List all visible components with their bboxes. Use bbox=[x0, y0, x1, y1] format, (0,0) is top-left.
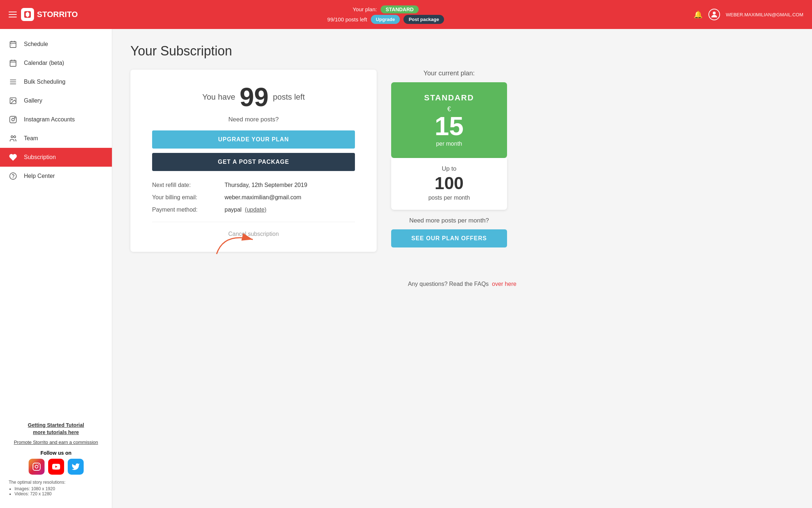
sidebar-item-schedule[interactable]: Schedule bbox=[0, 35, 112, 54]
plan-price: 15 bbox=[398, 113, 500, 139]
youtube-social-icon[interactable] bbox=[48, 459, 64, 475]
billing-row-refill: Next refill date: Thursday, 12th Septemb… bbox=[152, 182, 355, 188]
plan-period: per month bbox=[398, 141, 500, 147]
svg-point-20 bbox=[14, 136, 16, 138]
instagram-accounts-icon bbox=[9, 115, 17, 124]
sidebar-label-subscription: Subscription bbox=[24, 154, 56, 161]
plan-badge: STANDARD bbox=[381, 5, 419, 13]
sidebar-label-team: Team bbox=[24, 135, 38, 142]
team-icon bbox=[9, 134, 17, 143]
plan-label: Your plan: bbox=[353, 6, 377, 12]
svg-rect-2 bbox=[10, 42, 16, 48]
faq-row: Any questions? Read the FAQs over here bbox=[130, 281, 794, 287]
svg-rect-23 bbox=[33, 463, 40, 470]
header-center: Your plan: STANDARD 99/100 posts left Up… bbox=[327, 5, 444, 24]
svg-point-18 bbox=[14, 117, 15, 118]
svg-point-19 bbox=[11, 136, 13, 138]
payment-label: Payment method: bbox=[152, 207, 217, 213]
sidebar-promote: Promote Storrito and earn a commission bbox=[9, 440, 103, 445]
sidebar-item-calendar[interactable]: Calendar (beta) bbox=[0, 54, 112, 72]
svg-point-16 bbox=[12, 118, 14, 121]
billing-row-payment: Payment method: paypal (update) bbox=[152, 207, 355, 213]
billing-info: Next refill date: Thursday, 12th Septemb… bbox=[152, 182, 355, 213]
email-value: weber.maximilian@gmail.com bbox=[225, 194, 301, 201]
header-upgrade-button[interactable]: Upgrade bbox=[371, 15, 400, 24]
promote-link[interactable]: Promote Storrito and earn a commission bbox=[14, 440, 98, 445]
cancel-subscription-link[interactable]: Cancel subscription bbox=[228, 231, 279, 237]
current-plan-label: Your current plan: bbox=[391, 70, 507, 77]
calendar-icon bbox=[9, 59, 17, 67]
instagram-social-icon[interactable] bbox=[29, 459, 45, 475]
user-email: WEBER.MAXIMILIAN@GMAIL.COM bbox=[726, 12, 803, 17]
logo-text: STORRITO bbox=[37, 10, 78, 19]
plan-card-name: STANDARD bbox=[398, 93, 500, 103]
bell-icon[interactable]: 🔔 bbox=[694, 10, 703, 19]
user-avatar bbox=[708, 9, 720, 20]
bulk-icon bbox=[9, 78, 17, 86]
see-plans-button[interactable]: SEE OUR PLAN OFFERS bbox=[391, 229, 507, 247]
header-post-package-button[interactable]: Post package bbox=[403, 15, 444, 24]
cancel-row: Cancel subscription bbox=[152, 222, 355, 237]
sidebar-label-schedule: Schedule bbox=[24, 41, 48, 47]
svg-point-25 bbox=[38, 464, 39, 465]
you-have-text: You have bbox=[202, 92, 235, 102]
faq-link[interactable]: over here bbox=[492, 281, 516, 287]
refill-label: Next refill date: bbox=[152, 182, 217, 188]
sidebar-item-bulk[interactable]: Bulk Scheduling bbox=[0, 72, 112, 91]
resolution-title: The optimal story resolutions: bbox=[9, 480, 66, 485]
follow-label: Follow us on bbox=[9, 450, 103, 456]
svg-point-15 bbox=[11, 99, 12, 100]
sidebar-item-gallery[interactable]: Gallery bbox=[0, 91, 112, 110]
plan-details: Up to 100 posts per month bbox=[391, 158, 507, 210]
posts-left-row: You have 99 posts left bbox=[152, 84, 355, 110]
svg-rect-17 bbox=[10, 116, 16, 123]
sidebar-item-subscription[interactable]: Subscription bbox=[0, 148, 112, 167]
resolution-videos: Videos: 720 x 1280 bbox=[14, 491, 103, 496]
upgrade-plan-button[interactable]: UPGRADE YOUR PLAN bbox=[152, 130, 355, 149]
email-label: Your billing email: bbox=[152, 194, 217, 201]
posts-row: 99/100 posts left Upgrade Post package bbox=[327, 15, 444, 24]
sidebar-bottom: Getting Started Tutorial more tutorials … bbox=[0, 416, 112, 502]
posts-left-label: posts left bbox=[273, 92, 305, 102]
posts-per-month: posts per month bbox=[398, 195, 500, 201]
main-content: Your Subscription You have 99 posts left… bbox=[112, 29, 812, 508]
need-more-per-month: Need more posts per month? bbox=[391, 217, 507, 224]
svg-rect-7 bbox=[10, 61, 16, 67]
sidebar-label-help: Help Center bbox=[24, 173, 55, 179]
plan-row: Your plan: STANDARD bbox=[353, 5, 419, 13]
sidebar-item-help[interactable]: Help Center bbox=[0, 167, 112, 186]
logo: STORRITO bbox=[21, 8, 78, 21]
sidebar-label-calendar: Calendar (beta) bbox=[24, 60, 64, 66]
subscription-card: You have 99 posts left Need more posts? … bbox=[130, 70, 377, 252]
twitter-social-icon[interactable] bbox=[68, 459, 84, 475]
hamburger-icon[interactable] bbox=[9, 12, 17, 17]
header-left: STORRITO bbox=[9, 8, 78, 21]
header-right: 🔔 WEBER.MAXIMILIAN@GMAIL.COM bbox=[694, 9, 803, 20]
posts-left-text: 99/100 posts left bbox=[327, 16, 367, 22]
sidebar-label-gallery: Gallery bbox=[24, 97, 42, 104]
more-tutorials-link[interactable]: more tutorials here bbox=[9, 429, 103, 435]
sidebar-label-bulk: Bulk Scheduling bbox=[24, 79, 66, 85]
post-package-button[interactable]: GET A POST PACKAGE bbox=[152, 153, 355, 171]
header: STORRITO Your plan: STANDARD 99/100 post… bbox=[0, 0, 812, 29]
schedule-icon bbox=[9, 40, 17, 49]
posts-number: 99 bbox=[239, 84, 268, 110]
svg-point-24 bbox=[35, 465, 38, 468]
sidebar-item-team[interactable]: Team bbox=[0, 129, 112, 148]
gallery-icon bbox=[9, 96, 17, 105]
need-more-text: Need more posts? bbox=[152, 116, 355, 123]
svg-point-1 bbox=[713, 12, 716, 14]
app-body: Schedule Calendar (beta) Bulk Scheduling… bbox=[0, 0, 812, 508]
sidebar-label-instagram: Instagram Accounts bbox=[24, 116, 75, 123]
svg-point-21 bbox=[10, 173, 16, 179]
sidebar: Schedule Calendar (beta) Bulk Scheduling… bbox=[0, 29, 112, 508]
tutorial-link[interactable]: Getting Started Tutorial bbox=[9, 422, 103, 428]
subscription-icon bbox=[9, 153, 17, 162]
sidebar-item-instagram[interactable]: Instagram Accounts bbox=[0, 110, 112, 129]
posts-count: 100 bbox=[398, 174, 500, 193]
update-payment-link[interactable]: (update) bbox=[245, 207, 267, 213]
billing-row-email: Your billing email: weber.maximilian@gma… bbox=[152, 194, 355, 201]
right-panel: Your current plan: STANDARD € 15 per mon… bbox=[391, 70, 507, 247]
social-follow: Follow us on bbox=[9, 450, 103, 475]
payment-value: paypal (update) bbox=[225, 207, 267, 213]
